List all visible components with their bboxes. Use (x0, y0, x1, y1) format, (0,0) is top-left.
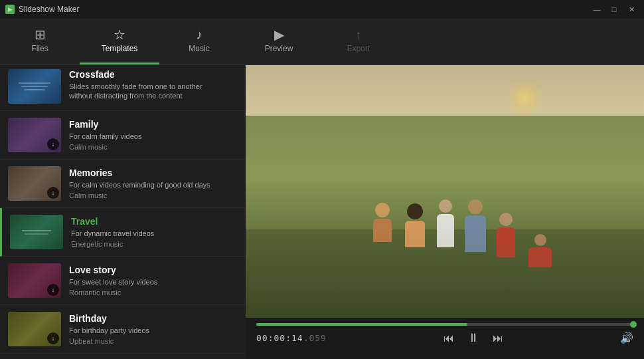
template-thumb-travel (10, 215, 63, 249)
nav-files-label: Files (31, 44, 48, 53)
templates-icon: ☆ (114, 28, 125, 41)
template-thumb-birthday: ↓ (8, 312, 61, 346)
template-music-birthday: Upbeat music (69, 337, 238, 345)
step-forward-button[interactable]: ⏭ (490, 331, 506, 346)
template-desc-travel: For dynamic travel videos (71, 229, 238, 238)
preview-icon: ▶ (274, 28, 284, 41)
template-item-family[interactable]: ↓ Family For calm family videos Calm mus… (0, 111, 246, 160)
nav-preview[interactable]: ▶ Preview (239, 19, 319, 64)
template-music-memories: Calm music (69, 191, 238, 199)
progress-fill (256, 323, 467, 326)
minimize-button[interactable]: — (590, 3, 604, 15)
time-dim: .059 (303, 333, 327, 343)
controls-bottom-row: 00:00:14.059 ⏮ ⏸ ⏭ 🔊 (256, 330, 633, 346)
app-title: Slideshow Maker (19, 5, 79, 14)
template-desc-family: For calm family videos (69, 132, 238, 141)
titlebar-left: ▶ Slideshow Maker (5, 5, 79, 14)
template-name-memories: Memories (69, 168, 238, 178)
nav-export[interactable]: ↑ Export (319, 19, 398, 64)
volume-icon[interactable]: 🔊 (620, 332, 633, 344)
time-display: 00:00:14.059 (256, 333, 327, 343)
template-info-family: Family For calm family videos Calm music (69, 119, 238, 151)
pause-button[interactable]: ⏸ (465, 330, 482, 346)
progress-track[interactable] (256, 323, 633, 326)
top-navigation: ⊞ Files ☆ Templates ♪ Music ▶ Preview ↑ … (0, 19, 644, 65)
template-item-crossfade[interactable]: Crossfade Slides smoothly fade from one … (0, 65, 246, 111)
template-info-memories: Memories For calm videos reminding of go… (69, 168, 238, 199)
video-background (246, 65, 644, 318)
controls-bar: 00:00:14.059 ⏮ ⏸ ⏭ 🔊 (246, 318, 644, 359)
template-desc-lovestory: For sweet love story videos (69, 277, 238, 287)
template-music-travel: Energetic music (71, 240, 238, 248)
template-item-travel[interactable]: Travel For dynamic travel videos Energet… (0, 208, 246, 257)
scene-people (246, 65, 644, 318)
memories-badge: ↓ (47, 187, 59, 199)
template-name-crossfade: Crossfade (69, 69, 238, 80)
template-music-family: Calm music (69, 143, 238, 151)
preview-area: 00:00:14.059 ⏮ ⏸ ⏭ 🔊 (246, 65, 644, 359)
template-info-travel: Travel For dynamic travel videos Energet… (71, 216, 238, 248)
nav-export-label: Export (347, 44, 370, 53)
birthday-badge: ↓ (47, 332, 59, 344)
step-back-button[interactable]: ⏮ (441, 331, 457, 346)
template-desc-memories: For calm videos reminding of good old da… (69, 180, 238, 189)
template-name-lovestory: Love story (69, 265, 238, 275)
template-info-crossfade: Crossfade Slides smoothly fade from one … (69, 69, 238, 103)
music-icon: ♪ (196, 28, 202, 41)
template-desc-crossfade: Slides smoothly fade from one to another… (69, 82, 238, 101)
close-button[interactable]: ✕ (624, 3, 639, 15)
template-thumb-crossfade (8, 69, 61, 104)
template-item-birthday[interactable]: ↓ Birthday For birthday party videos Upb… (0, 305, 246, 354)
titlebar: ▶ Slideshow Maker — □ ✕ (0, 0, 644, 19)
nav-templates-label: Templates (102, 44, 138, 53)
app-icon: ▶ (5, 5, 15, 14)
export-icon: ↑ (355, 28, 362, 41)
template-list: Crossfade Slides smoothly fade from one … (0, 65, 246, 359)
template-name-travel: Travel (71, 216, 238, 227)
template-thumb-family: ↓ (8, 118, 61, 152)
nav-music[interactable]: ♪ Music (159, 19, 239, 64)
nav-preview-label: Preview (265, 44, 293, 53)
template-desc-birthday: For birthday party videos (69, 326, 238, 335)
template-item-lovestory[interactable]: ↓ Love story For sweet love story videos… (0, 257, 246, 305)
progress-dot (630, 321, 637, 328)
family-badge: ↓ (47, 138, 59, 150)
template-music-lovestory: Romantic music (69, 289, 238, 297)
files-icon: ⊞ (35, 28, 46, 41)
progress-row (256, 323, 633, 326)
playback-controls: ⏮ ⏸ ⏭ (441, 330, 506, 346)
time-current: 00:00:14 (256, 333, 303, 343)
nav-music-label: Music (189, 44, 209, 53)
template-info-birthday: Birthday For birthday party videos Upbea… (69, 313, 238, 345)
template-thumb-memories: ↓ (8, 166, 61, 201)
template-name-family: Family (69, 119, 238, 130)
main-content: Crossfade Slides smoothly fade from one … (0, 65, 644, 359)
template-name-birthday: Birthday (69, 313, 238, 324)
template-info-lovestory: Love story For sweet love story videos R… (69, 265, 238, 297)
nav-templates[interactable]: ☆ Templates (80, 19, 159, 64)
lovestory-badge: ↓ (47, 284, 59, 296)
video-display (246, 65, 644, 318)
maximize-button[interactable]: □ (607, 3, 621, 15)
template-item-memories[interactable]: ↓ Memories For calm videos reminding of … (0, 160, 246, 208)
nav-files[interactable]: ⊞ Files (0, 19, 80, 64)
template-thumb-lovestory: ↓ (8, 263, 61, 298)
titlebar-controls: — □ ✕ (590, 3, 639, 15)
